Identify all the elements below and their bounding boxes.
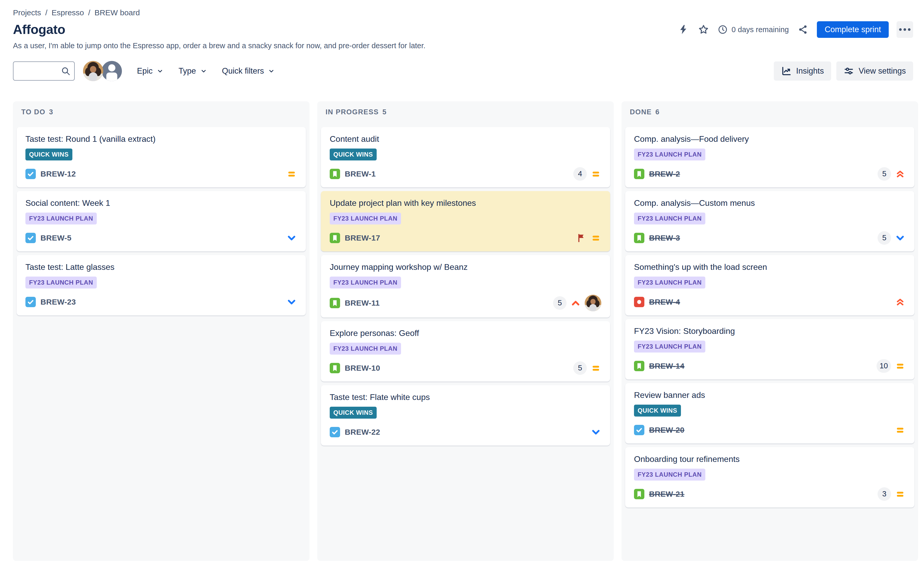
- card-footer: BREW-14: [330, 167, 601, 181]
- more-actions-button[interactable]: [897, 21, 913, 38]
- card-brew-17[interactable]: Update project plan with key milestonesF…: [321, 191, 610, 252]
- epic-badge-quick-wins[interactable]: QUICK WINS: [330, 148, 376, 160]
- card-brew-14[interactable]: FY23 Vision: StoryboardingFY23 LAUNCH PL…: [625, 319, 914, 379]
- share-icon[interactable]: [796, 23, 809, 36]
- card-brew-21[interactable]: Onboarding tour refinementsFY23 LAUNCH P…: [625, 447, 914, 508]
- priority-medium-icon: [895, 489, 906, 500]
- card-key[interactable]: BREW-10: [345, 364, 380, 373]
- epic-badge-fy23-launch-plan[interactable]: FY23 LAUNCH PLAN: [634, 213, 705, 225]
- column-count: 3: [49, 108, 53, 116]
- story-type-icon: [634, 361, 644, 371]
- priority-low-icon: [590, 427, 601, 437]
- epic-badge-fy23-launch-plan[interactable]: FY23 LAUNCH PLAN: [634, 341, 705, 352]
- epic-badge-fy23-launch-plan[interactable]: FY23 LAUNCH PLAN: [26, 277, 97, 289]
- card-footer: BREW-4: [634, 295, 906, 309]
- quick-filters-dropdown[interactable]: Quick filters: [222, 66, 275, 76]
- complete-sprint-button[interactable]: Complete sprint: [817, 21, 889, 38]
- days-remaining: 0 days remaining: [717, 24, 789, 35]
- card-list: Content auditQUICK WINSBREW-14Update pro…: [321, 127, 610, 446]
- card-meta: 10: [876, 359, 906, 373]
- type-filter-dropdown[interactable]: Type: [178, 66, 207, 76]
- story-points-badge: 5: [878, 231, 891, 245]
- card-brew-12[interactable]: Taste test: Round 1 (vanilla extract)QUI…: [16, 127, 306, 187]
- epic-badge-fy23-launch-plan[interactable]: FY23 LAUNCH PLAN: [634, 148, 705, 160]
- card-key[interactable]: BREW-4: [649, 298, 680, 306]
- breadcrumb-espresso[interactable]: Espresso: [52, 8, 84, 17]
- task-type-icon: [634, 425, 644, 435]
- column-to-do: TO DO3Taste test: Round 1 (vanilla extra…: [13, 101, 309, 561]
- epic-badge-fy23-launch-plan[interactable]: FY23 LAUNCH PLAN: [26, 213, 97, 225]
- bug-type-icon: [634, 297, 644, 307]
- card-title: Comp. analysis—Custom menus: [634, 198, 906, 208]
- epic-badge-quick-wins[interactable]: QUICK WINS: [634, 404, 681, 416]
- card-key[interactable]: BREW-11: [345, 299, 380, 307]
- card-key[interactable]: BREW-5: [40, 234, 72, 243]
- breadcrumb-separator: /: [88, 8, 90, 17]
- card-key[interactable]: BREW-3: [649, 234, 680, 243]
- avatar-user-photo[interactable]: [83, 61, 103, 81]
- view-settings-button[interactable]: View settings: [836, 61, 913, 81]
- story-points-badge: 3: [878, 487, 891, 501]
- breadcrumb-projects[interactable]: Projects: [13, 8, 41, 17]
- lightning-icon[interactable]: [677, 23, 690, 36]
- priority-low-icon: [286, 232, 297, 243]
- card-brew-4[interactable]: Something's up with the load screenFY23 …: [625, 255, 914, 316]
- card-key[interactable]: BREW-2: [649, 169, 680, 178]
- card-brew-2[interactable]: Comp. analysis—Food deliveryFY23 LAUNCH …: [625, 127, 914, 187]
- avatar-generic-user[interactable]: [102, 61, 122, 81]
- story-type-icon: [330, 169, 340, 179]
- card-meta: 3: [878, 487, 906, 501]
- card-brew-5[interactable]: Social content: Week 1FY23 LAUNCH PLANBR…: [16, 191, 306, 252]
- column-name: IN PROGRESS: [326, 108, 379, 116]
- card-key[interactable]: BREW-22: [345, 428, 380, 437]
- chevron-down-icon: [268, 67, 275, 74]
- card-meta: [895, 425, 906, 436]
- search-input[interactable]: [13, 61, 75, 81]
- flag-icon: [576, 232, 587, 243]
- card-brew-20[interactable]: Review banner adsQUICK WINSBREW-20: [625, 383, 914, 443]
- card-footer: BREW-17: [330, 231, 601, 245]
- story-type-icon: [634, 233, 644, 243]
- epic-badge-fy23-launch-plan[interactable]: FY23 LAUNCH PLAN: [634, 469, 705, 481]
- card-brew-1[interactable]: Content auditQUICK WINSBREW-14: [321, 127, 610, 187]
- card-footer: BREW-25: [634, 167, 906, 181]
- breadcrumb-separator: /: [45, 8, 47, 17]
- card-key[interactable]: BREW-23: [40, 298, 76, 306]
- epic-badge-quick-wins[interactable]: QUICK WINS: [330, 407, 376, 419]
- epic-badge-fy23-launch-plan[interactable]: FY23 LAUNCH PLAN: [330, 343, 401, 355]
- card-key[interactable]: BREW-1: [345, 169, 376, 178]
- view-settings-label: View settings: [859, 66, 906, 76]
- epic-filter-dropdown[interactable]: Epic: [137, 66, 164, 76]
- card-brew-3[interactable]: Comp. analysis—Custom menusFY23 LAUNCH P…: [625, 191, 914, 252]
- insights-button[interactable]: Insights: [774, 61, 831, 81]
- card-footer: BREW-5: [26, 231, 297, 245]
- epic-badge-fy23-launch-plan[interactable]: FY23 LAUNCH PLAN: [634, 277, 705, 289]
- card-key[interactable]: BREW-21: [649, 490, 685, 499]
- card-brew-11[interactable]: Journey mapping workshop w/ BeanzFY23 LA…: [321, 255, 610, 317]
- story-points-badge: 5: [878, 167, 891, 181]
- card-title: Taste test: Flate white cups: [330, 392, 601, 403]
- card-brew-22[interactable]: Taste test: Flate white cupsQUICK WINSBR…: [321, 385, 610, 446]
- card-key[interactable]: BREW-14: [649, 362, 685, 370]
- breadcrumb-brew-board[interactable]: BREW board: [94, 8, 140, 17]
- card-title: Journey mapping workshop w/ Beanz: [330, 262, 601, 273]
- card-title: FY23 Vision: Storyboarding: [634, 326, 906, 337]
- card-brew-23[interactable]: Taste test: Latte glassesFY23 LAUNCH PLA…: [16, 255, 306, 316]
- star-icon[interactable]: [697, 23, 710, 36]
- card-key[interactable]: BREW-12: [40, 169, 76, 178]
- priority-medium-icon: [895, 361, 906, 371]
- card-key[interactable]: BREW-20: [649, 425, 685, 434]
- task-type-icon: [26, 169, 36, 179]
- priority-highest-icon: [895, 168, 906, 180]
- card-key[interactable]: BREW-17: [345, 234, 380, 243]
- epic-badge-fy23-launch-plan[interactable]: FY23 LAUNCH PLAN: [330, 213, 401, 225]
- card-meta: 5: [878, 167, 906, 181]
- story-type-icon: [634, 489, 644, 499]
- epic-badge-fy23-launch-plan[interactable]: FY23 LAUNCH PLAN: [330, 277, 401, 289]
- epic-badge-quick-wins[interactable]: QUICK WINS: [26, 148, 72, 160]
- card-brew-10[interactable]: Explore personas: GeoffFY23 LAUNCH PLANB…: [321, 321, 610, 382]
- card-footer: BREW-20: [634, 423, 906, 437]
- story-points-badge: 4: [573, 167, 587, 181]
- card-meta: [286, 296, 297, 307]
- card-title: Something's up with the load screen: [634, 262, 906, 273]
